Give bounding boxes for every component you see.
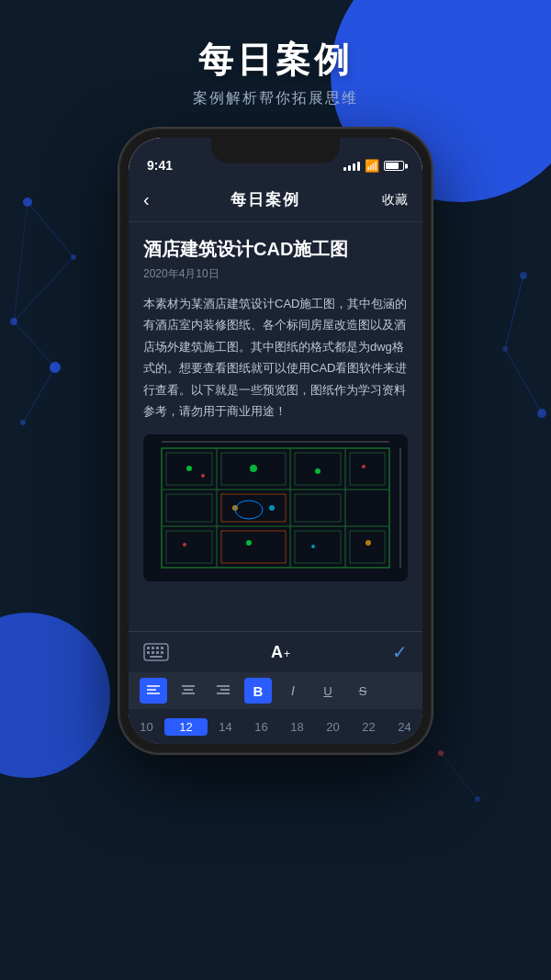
svg-point-4 — [20, 420, 26, 425]
underline-button[interactable]: U — [314, 678, 342, 704]
article-body: 本素材为某酒店建筑设计CAD施工图，其中包涵的有酒店室内装修图纸、各个标间房屋改… — [143, 293, 408, 422]
svg-point-48 — [365, 540, 371, 546]
phone-notch — [211, 138, 340, 163]
italic-button[interactable]: I — [279, 678, 307, 704]
signal-icon — [343, 162, 360, 171]
phone-outer: 9:41 📶 ‹ — [119, 129, 432, 753]
strikethrough-button[interactable]: S — [349, 678, 377, 704]
bottom-toolbar: A + ✓ — [129, 631, 422, 744]
font-size-row: 10 12 14 16 18 20 22 24 — [129, 709, 422, 744]
toolbar-row1: A + ✓ — [129, 632, 422, 672]
svg-point-36 — [269, 505, 275, 511]
fontsize-18[interactable]: 18 — [279, 720, 315, 734]
header-subtitle: 案例解析帮你拓展思维 — [0, 89, 551, 108]
svg-rect-54 — [161, 647, 163, 649]
article-date: 2020年4月10日 — [143, 266, 408, 282]
svg-rect-52 — [152, 647, 154, 649]
svg-point-15 — [438, 750, 444, 756]
bookmark-button[interactable]: 收藏 — [382, 192, 408, 208]
fontsize-24[interactable]: 24 — [387, 720, 422, 734]
svg-point-32 — [186, 466, 192, 471]
back-button[interactable]: ‹ — [143, 189, 150, 210]
phone-wrapper: 9:41 📶 ‹ — [119, 129, 432, 753]
svg-point-45 — [183, 543, 186, 546]
status-icons: 📶 — [343, 159, 404, 173]
svg-rect-18 — [143, 434, 408, 581]
font-size-plus: + — [284, 648, 290, 660]
format-toolbar: B I U S — [129, 672, 422, 709]
svg-point-46 — [246, 540, 252, 546]
nav-bar: ‹ 每日案例 收藏 — [129, 178, 422, 222]
header-title: 每日案例 — [0, 37, 551, 84]
app-content: ‹ 每日案例 收藏 酒店建筑设计CAD施工图 2020年4月10日 本素材为某酒… — [129, 178, 422, 744]
svg-line-9 — [14, 202, 28, 321]
svg-rect-51 — [147, 647, 150, 649]
svg-rect-59 — [150, 656, 163, 658]
svg-point-33 — [201, 474, 205, 478]
svg-rect-56 — [152, 651, 154, 654]
font-size-label: A — [271, 643, 284, 662]
svg-point-38 — [362, 465, 365, 468]
svg-point-47 — [311, 545, 315, 548]
svg-line-13 — [505, 276, 523, 349]
svg-line-7 — [14, 321, 55, 367]
fontsize-12[interactable]: 12 — [164, 718, 208, 736]
svg-point-1 — [71, 254, 76, 260]
status-time: 9:41 — [147, 158, 173, 173]
svg-point-11 — [502, 346, 508, 352]
align-center-button[interactable] — [174, 678, 202, 704]
svg-point-2 — [10, 318, 17, 325]
align-right-button[interactable] — [209, 678, 237, 704]
battery-icon — [384, 161, 404, 171]
fontsize-20[interactable]: 20 — [315, 720, 351, 734]
nav-title: 每日案例 — [231, 189, 300, 210]
article-title: 酒店建筑设计CAD施工图 — [143, 237, 408, 261]
phone-screen: 9:41 📶 ‹ — [129, 138, 422, 744]
svg-rect-55 — [147, 651, 150, 654]
svg-line-17 — [441, 753, 478, 799]
fontsize-10[interactable]: 10 — [129, 720, 164, 734]
fontsize-16[interactable]: 16 — [243, 720, 279, 734]
svg-point-34 — [250, 465, 257, 472]
bg-circle-bottom-left — [0, 613, 110, 778]
header-section: 每日案例 案例解析帮你拓展思维 — [0, 37, 551, 108]
confirm-button[interactable]: ✓ — [392, 641, 408, 663]
svg-point-0 — [23, 197, 32, 207]
svg-line-14 — [505, 349, 542, 413]
svg-rect-57 — [156, 651, 159, 654]
bold-button[interactable]: B — [244, 678, 272, 704]
svg-point-12 — [537, 409, 546, 418]
svg-line-5 — [28, 202, 73, 257]
article-content: 酒店建筑设计CAD施工图 2020年4月10日 本素材为某酒店建筑设计CAD施工… — [129, 222, 422, 663]
svg-point-16 — [475, 796, 480, 802]
svg-point-3 — [50, 362, 61, 373]
cad-image — [143, 434, 408, 581]
svg-point-10 — [520, 272, 527, 279]
svg-rect-53 — [156, 647, 159, 649]
align-left-button[interactable] — [140, 678, 167, 704]
keyboard-icon[interactable] — [143, 643, 169, 661]
svg-line-6 — [14, 257, 73, 321]
svg-rect-58 — [161, 651, 163, 654]
fontsize-14[interactable]: 14 — [208, 720, 243, 734]
font-size-control[interactable]: A + — [271, 643, 290, 662]
fontsize-22[interactable]: 22 — [351, 720, 387, 734]
svg-point-37 — [315, 468, 320, 474]
svg-line-8 — [23, 367, 55, 422]
wifi-icon: 📶 — [365, 159, 379, 173]
